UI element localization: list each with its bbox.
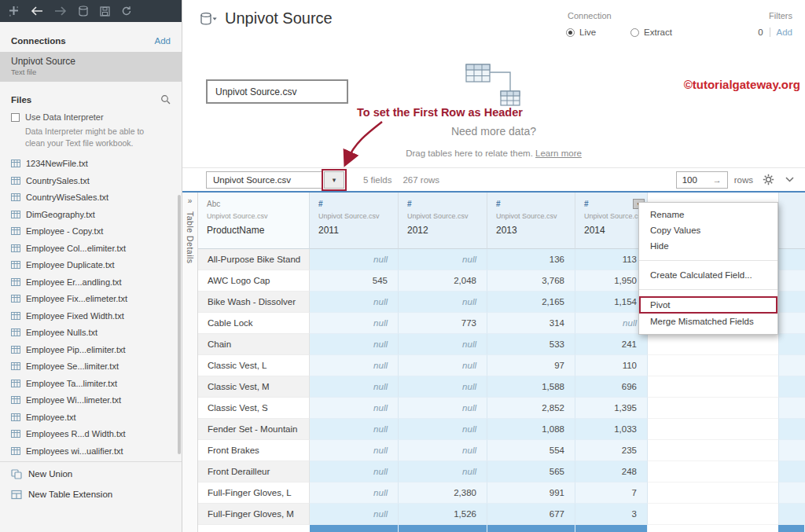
value-cell[interactable]: null xyxy=(399,376,487,398)
value-cell[interactable]: null xyxy=(310,461,399,482)
product-name-cell[interactable]: Classic Vest, L xyxy=(198,355,310,376)
value-cell[interactable]: null xyxy=(310,313,399,334)
forward-arrow-icon[interactable] xyxy=(54,6,67,16)
value-cell[interactable]: 554 xyxy=(487,440,575,461)
connection-item[interactable]: Unpivot Source Text file xyxy=(0,52,182,82)
file-list-item[interactable]: Employee.txt xyxy=(0,409,182,426)
sidebar-scrollbar[interactable] xyxy=(178,195,181,454)
menu-item-create-calculated-field[interactable]: Create Calculated Field... xyxy=(639,267,777,283)
value-cell[interactable]: 2,048 xyxy=(399,270,487,292)
back-arrow-icon[interactable] xyxy=(31,6,43,16)
value-cell[interactable]: 773 xyxy=(399,313,487,334)
search-icon[interactable] xyxy=(160,94,171,105)
product-name-cell[interactable]: Front Brakes xyxy=(198,440,310,461)
value-cell[interactable]: 1,088 xyxy=(487,419,575,440)
chevron-down-icon[interactable] xyxy=(785,177,794,182)
file-list-item[interactable]: Employee Pip...elimiter.txt xyxy=(0,341,182,358)
column-header[interactable]: # Unpivot Source.csv 2011 xyxy=(310,193,399,249)
file-list-item[interactable]: Employee Ta...limiter.txt xyxy=(0,375,182,392)
database-icon[interactable] xyxy=(200,12,218,26)
value-cell[interactable]: 2,852 xyxy=(487,398,575,419)
file-list-item[interactable]: Employee Er...andling.txt xyxy=(0,273,182,291)
value-cell[interactable]: 533 xyxy=(487,334,575,355)
value-cell[interactable]: 1,526 xyxy=(399,504,487,525)
column-header[interactable]: # Unpivot Source.csv 2014 ▾ xyxy=(575,193,648,249)
value-cell[interactable]: 7 xyxy=(575,482,648,504)
table-dropdown-button[interactable]: ▾ xyxy=(324,171,344,189)
refresh-icon[interactable] xyxy=(121,6,132,17)
value-cell[interactable]: null xyxy=(310,376,399,398)
menu-item-pivot[interactable]: Pivot xyxy=(639,296,777,314)
file-list-item[interactable]: Employee Fix...elimeter.txt xyxy=(0,290,182,307)
column-header[interactable]: # Unpivot Source.csv 2013 xyxy=(487,193,575,249)
file-list-item[interactable]: Employee - Copy.txt xyxy=(0,222,182,240)
product-name-cell[interactable]: Fender Set - Mountain xyxy=(198,419,310,440)
file-list-item[interactable]: Employee Nulls.txt xyxy=(0,324,182,341)
column-header[interactable]: # Unpivot Source.csv 2012 xyxy=(399,193,487,249)
file-list-item[interactable]: Employee Fixed Width.txt xyxy=(0,307,182,325)
value-cell[interactable]: 2,380 xyxy=(399,482,487,504)
file-list-item[interactable]: Employees R...d Width.txt xyxy=(0,425,182,442)
value-cell[interactable]: 1,395 xyxy=(575,398,648,419)
value-cell[interactable]: null xyxy=(399,398,487,419)
menu-item-rename[interactable]: Rename xyxy=(639,207,777,222)
value-cell[interactable]: null xyxy=(310,292,399,313)
value-cell[interactable]: 1,033 xyxy=(575,419,648,440)
table-chip[interactable]: Unpivot Source.csv xyxy=(206,79,348,104)
value-cell[interactable]: 136 xyxy=(487,249,575,270)
file-list-item[interactable]: Employee Wi...limeter.txt xyxy=(0,391,182,409)
column-header[interactable]: Abc Unpivot Source.csv ProductName xyxy=(198,193,310,249)
value-cell[interactable]: null xyxy=(310,419,399,440)
data-connection-icon[interactable] xyxy=(78,6,89,17)
save-icon[interactable] xyxy=(100,6,110,17)
value-cell[interactable]: null xyxy=(575,313,648,334)
file-list-item[interactable]: Employee Se...limiter.txt xyxy=(0,358,182,375)
gear-icon[interactable] xyxy=(763,174,774,185)
product-name-cell[interactable]: AWC Logo Cap xyxy=(198,270,310,292)
filters-add-link[interactable]: Add xyxy=(770,28,792,37)
value-cell[interactable]: 696 xyxy=(575,376,648,398)
product-name-cell[interactable]: All-Purpose Bike Stand xyxy=(198,249,310,270)
file-list-item[interactable]: CountryWiseSales.txt xyxy=(0,189,182,206)
menu-item-merge-mismatched-fields[interactable]: Merge Mismatched Fields xyxy=(639,314,777,329)
tableau-logo-icon[interactable] xyxy=(8,6,20,17)
value-cell[interactable]: null xyxy=(399,249,487,270)
value-cell[interactable]: null xyxy=(310,440,399,461)
value-cell[interactable]: 97 xyxy=(487,355,575,376)
add-connection-link[interactable]: Add xyxy=(155,36,171,46)
value-cell[interactable]: null xyxy=(399,355,487,376)
use-data-interpreter-checkbox[interactable]: Use Data Interpreter xyxy=(11,112,171,122)
value-cell[interactable]: 677 xyxy=(487,504,575,525)
new-union-button[interactable]: New Union xyxy=(0,464,182,484)
value-cell[interactable]: 3,768 xyxy=(487,270,575,292)
extract-radio[interactable]: Extract xyxy=(630,28,672,37)
product-name-cell[interactable]: Full-Finger Gloves, M xyxy=(198,504,310,525)
row-limit-input[interactable]: 100 → xyxy=(676,171,728,189)
value-cell[interactable]: 565 xyxy=(487,461,575,482)
value-cell[interactable]: null xyxy=(310,334,399,355)
product-name-cell[interactable]: Classic Vest, S xyxy=(198,398,310,419)
value-cell[interactable]: 110 xyxy=(575,355,648,376)
learn-more-link[interactable]: Learn more xyxy=(535,149,582,158)
value-cell[interactable]: 3 xyxy=(575,504,648,525)
value-cell[interactable]: 314 xyxy=(487,313,575,334)
value-cell[interactable]: null xyxy=(310,355,399,376)
value-cell[interactable]: 1,950 xyxy=(575,270,648,292)
value-cell[interactable]: 248 xyxy=(575,461,648,482)
value-cell[interactable]: null xyxy=(399,292,487,313)
live-radio[interactable]: Live xyxy=(566,28,596,37)
product-name-cell[interactable]: Cable Lock xyxy=(198,313,310,334)
value-cell[interactable]: null xyxy=(399,461,487,482)
menu-item-copy-values[interactable]: Copy Values xyxy=(639,222,777,238)
file-list-item[interactable]: Employee Duplicate.txt xyxy=(0,256,182,273)
value-cell[interactable]: 1,154 xyxy=(575,292,648,313)
value-cell[interactable]: null xyxy=(310,504,399,525)
value-cell[interactable]: null xyxy=(399,440,487,461)
value-cell[interactable]: 1,588 xyxy=(487,376,575,398)
product-name-cell[interactable]: Bike Wash - Dissolver xyxy=(198,292,310,313)
new-table-extension-button[interactable]: New Table Extension xyxy=(0,484,182,504)
file-list-item[interactable]: DimGeography.txt xyxy=(0,206,182,223)
table-details-strip[interactable]: » Table Details xyxy=(182,193,198,532)
value-cell[interactable]: 2,165 xyxy=(487,292,575,313)
file-list-item[interactable]: Employees wi...ualifier.txt xyxy=(0,442,182,459)
